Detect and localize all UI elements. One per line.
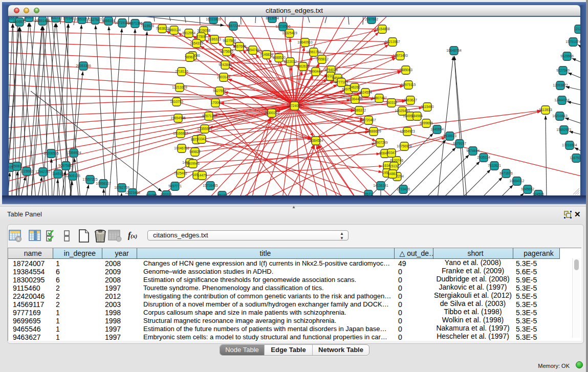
svg-text:17016504: 17016504 [562, 143, 577, 147]
svg-text:27506: 27506 [197, 35, 206, 38]
svg-text:9115460: 9115460 [421, 105, 434, 108]
svg-text:19654985: 19654985 [170, 116, 186, 120]
svg-text:2867608: 2867608 [233, 45, 246, 48]
svg-text:12942757: 12942757 [35, 170, 51, 173]
svg-text:18640910: 18640910 [297, 40, 313, 44]
svg-text:6794028: 6794028 [324, 68, 338, 72]
svg-text:12505135: 12505135 [65, 174, 80, 178]
svg-text:90975887: 90975887 [58, 164, 74, 167]
svg-text:184964: 184964 [411, 114, 423, 118]
svg-text:83342: 83342 [197, 137, 207, 141]
svg-text:12123: 12123 [574, 27, 580, 31]
svg-text:12444154: 12444154 [554, 98, 570, 102]
svg-text:16961758: 16961758 [306, 50, 321, 54]
svg-text:1362615: 1362615 [296, 64, 310, 68]
svg-text:5409946: 5409946 [186, 162, 200, 165]
svg-text:6466160: 6466160 [102, 19, 115, 23]
svg-text:5938923: 5938923 [443, 134, 456, 138]
svg-text:64861: 64861 [388, 172, 398, 176]
svg-text:1810755: 1810755 [170, 100, 183, 103]
svg-text:10688609: 10688609 [366, 129, 381, 133]
svg-text:21364436: 21364436 [347, 97, 363, 101]
svg-text:16210643: 16210643 [552, 114, 568, 118]
svg-text:8813054: 8813054 [266, 17, 279, 20]
svg-text:9474444: 9474444 [466, 149, 480, 152]
svg-text:7515526: 7515526 [141, 24, 154, 28]
svg-text:2087682: 2087682 [365, 17, 378, 21]
svg-text:949822: 949822 [189, 150, 201, 154]
svg-text:924505: 924505 [533, 192, 544, 195]
svg-text:10756928: 10756928 [397, 144, 412, 148]
svg-text:170341: 170341 [63, 17, 74, 20]
svg-text:3675685: 3675685 [220, 50, 233, 53]
svg-text:16154808: 16154808 [375, 27, 390, 31]
svg-text:9146821: 9146821 [260, 53, 273, 56]
svg-text:10654112: 10654112 [510, 179, 525, 183]
svg-text:17359924: 17359924 [66, 151, 81, 155]
svg-text:7632621: 7632621 [488, 164, 501, 167]
svg-text:12218596: 12218596 [275, 25, 291, 28]
svg-text:746266: 746266 [349, 85, 360, 89]
svg-text:7386372: 7386372 [353, 108, 366, 112]
svg-text:12213967: 12213967 [385, 40, 400, 43]
svg-text:1588520: 1588520 [272, 56, 286, 59]
svg-text:14136141: 14136141 [373, 184, 388, 187]
svg-text:160312: 160312 [386, 101, 397, 104]
svg-text:3226058: 3226058 [197, 29, 210, 32]
svg-text:1115682: 1115682 [20, 169, 33, 173]
svg-text:7485063: 7485063 [399, 68, 412, 72]
svg-text:14479: 14479 [198, 173, 207, 177]
svg-text:12975115: 12975115 [401, 83, 416, 86]
svg-text:9463627: 9463627 [404, 98, 417, 102]
svg-text:8186323: 8186323 [208, 37, 221, 41]
svg-text:831095: 831095 [146, 193, 157, 195]
svg-text:16648784: 16648784 [446, 49, 462, 52]
svg-text:10958107: 10958107 [96, 182, 111, 185]
svg-text:16782759: 16782759 [114, 186, 129, 189]
svg-text:15751074: 15751074 [565, 40, 580, 43]
svg-text:18724007: 18724007 [287, 104, 302, 107]
svg-text:20206535: 20206535 [43, 151, 59, 155]
svg-text:9327508: 9327508 [223, 39, 236, 42]
svg-text:25300293: 25300293 [264, 111, 279, 115]
svg-text:7625402: 7625402 [174, 171, 187, 175]
svg-text:8267130: 8267130 [202, 114, 215, 118]
svg-text:9329966: 9329966 [560, 54, 574, 58]
svg-text:8912954: 8912954 [182, 31, 195, 35]
svg-text:1527607: 1527607 [89, 18, 102, 21]
svg-text:17006: 17006 [211, 101, 221, 104]
svg-text:98961: 98961 [185, 55, 195, 59]
svg-text:12323446: 12323446 [125, 191, 140, 194]
svg-text:20691406: 20691406 [35, 19, 50, 23]
svg-text:9777169: 9777169 [335, 80, 348, 84]
svg-text:7857224: 7857224 [227, 24, 240, 28]
svg-text:2718126: 2718126 [175, 70, 188, 73]
svg-text:10807487: 10807487 [372, 96, 387, 100]
svg-text:12355594: 12355594 [197, 127, 212, 130]
svg-text:114519: 114519 [52, 172, 63, 176]
svg-text:95132: 95132 [217, 193, 227, 195]
svg-text:2935114: 2935114 [477, 156, 490, 159]
svg-text:15720407: 15720407 [361, 118, 376, 122]
svg-text:1733426: 1733426 [397, 187, 410, 191]
svg-text:8990448: 8990448 [309, 70, 322, 73]
svg-text:19166827: 19166827 [173, 132, 188, 135]
svg-text:18907249: 18907249 [373, 141, 388, 144]
svg-text:3624554: 3624554 [359, 91, 372, 94]
svg-text:7955812: 7955812 [315, 57, 329, 61]
svg-text:2803144: 2803144 [217, 75, 230, 79]
svg-text:9113933: 9113933 [539, 108, 552, 112]
svg-text:9227349: 9227349 [556, 69, 570, 72]
svg-text:10653267: 10653267 [74, 17, 90, 21]
svg-text:83172: 83172 [51, 17, 61, 19]
svg-text:19384554: 19384554 [308, 139, 323, 142]
svg-text:15692971: 15692971 [556, 128, 572, 132]
svg-text:770213: 770213 [161, 193, 172, 195]
svg-text:9427552: 9427552 [213, 89, 226, 93]
svg-text:10046768: 10046768 [174, 146, 189, 150]
svg-text:8960124: 8960124 [167, 28, 181, 32]
svg-text:6679197: 6679197 [453, 142, 466, 145]
svg-text:12093872: 12093872 [553, 83, 568, 87]
svg-text:25061: 25061 [12, 164, 22, 168]
svg-text:1405572: 1405572 [13, 20, 26, 24]
